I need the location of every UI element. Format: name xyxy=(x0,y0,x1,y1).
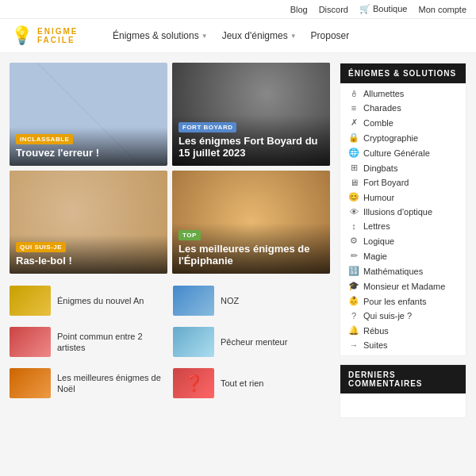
sidebar: ÉNIGMES & SOLUTIONS 🕯Allumettes≡Charades… xyxy=(340,63,466,426)
sidebar-item-icon: ? xyxy=(348,311,359,321)
sidebar-item-magie[interactable]: ✏Magie xyxy=(340,248,466,263)
sidebar-item-suites[interactable]: →Suites xyxy=(340,338,466,352)
article-thumb-1 xyxy=(10,286,51,316)
sidebar-enigmes-list: 🕯Allumettes≡Charades✗Comble🔒Cryptographi… xyxy=(340,83,466,355)
sidebar-item-label: Lettres xyxy=(363,221,390,231)
article-thumb-3 xyxy=(10,327,51,357)
card-overlay-3: QUI SUIS-JE Ras-le-bol ! xyxy=(10,235,167,274)
topbar-boutique[interactable]: 🛒 Boutique xyxy=(359,4,408,14)
article-title-2: NOZ xyxy=(221,295,239,306)
sidebar-item-label: Comble xyxy=(363,118,393,128)
article-item-3[interactable]: Point commun entre 2 artistes xyxy=(10,324,167,359)
sidebar-item-lettres[interactable]: ↕Lettres xyxy=(340,219,466,233)
sidebar-item-charades[interactable]: ≡Charades xyxy=(340,101,466,115)
article-item-6[interactable]: ❓ Tout et rien xyxy=(173,366,330,401)
sidebar-item-label: Fort Boyard xyxy=(363,178,409,187)
sidebar-item-label: Illusions d'optique xyxy=(363,207,432,217)
sidebar-item-allumettes[interactable]: 🕯Allumettes xyxy=(340,86,466,101)
card-badge-4: TOP xyxy=(178,230,201,240)
sidebar-item-label: Allumettes xyxy=(363,89,404,98)
sidebar-comments-content xyxy=(340,393,466,417)
sidebar-item-label: Culture Générale xyxy=(363,148,430,158)
article-item-1[interactable]: Énigmes du nouvel An xyxy=(10,283,167,318)
featured-card-1[interactable]: INCLASSABLE Trouvez l'erreur ! xyxy=(10,63,167,166)
sidebar-item-illusions-d'optique[interactable]: 👁Illusions d'optique xyxy=(340,205,466,219)
article-title-4: Pêcheur menteur xyxy=(221,336,287,347)
sidebar-item-icon: 🕯 xyxy=(348,89,359,98)
card-badge-3: QUI SUIS-JE xyxy=(16,242,66,252)
sidebar-item-label: Logique xyxy=(363,236,394,246)
card-overlay-1: INCLASSABLE Trouvez l'erreur ! xyxy=(10,127,167,166)
articles-grid: Énigmes du nouvel An NOZ Point commun en… xyxy=(10,283,330,401)
sidebar-item-icon: ↕ xyxy=(348,221,359,231)
sidebar-item-dingbats[interactable]: ⊞Dingbats xyxy=(340,160,466,175)
article-title-6: Tout et rien xyxy=(221,378,263,389)
sidebar-item-label: Humour xyxy=(363,193,394,202)
article-item-5[interactable]: Les meilleures énigmes de Noël xyxy=(10,366,167,401)
sidebar-item-icon: 🌐 xyxy=(348,148,359,158)
sidebar-item-label: Rébus xyxy=(363,326,389,336)
sidebar-item-logique[interactable]: ⚙Logique xyxy=(340,233,466,248)
sidebar-item-rébus[interactable]: 🔔Rébus xyxy=(340,323,466,338)
logo-text: ENIGME FACILE xyxy=(37,27,78,44)
sidebar-item-label: Magie xyxy=(363,251,387,261)
sidebar-item-icon: ≡ xyxy=(348,103,359,113)
sidebar-item-icon: ⊞ xyxy=(348,163,359,173)
topbar-discord[interactable]: Discord xyxy=(319,5,348,14)
logo-icon: 💡 xyxy=(11,25,33,46)
sidebar-item-label: Pour les enfants xyxy=(363,297,427,306)
nav-jeux[interactable]: Jeux d'énigmes ▼ xyxy=(216,26,303,45)
card-overlay-2: FORT BOYARD Les énigmes Fort Boyard du 1… xyxy=(172,115,330,166)
sidebar-item-mathématiques[interactable]: 🔢Mathématiques xyxy=(340,263,466,278)
main-wrap: INCLASSABLE Trouvez l'erreur ! FORT BOYA… xyxy=(0,53,476,436)
content-area: INCLASSABLE Trouvez l'erreur ! FORT BOYA… xyxy=(10,63,330,426)
sidebar-item-icon: ✏ xyxy=(348,251,359,261)
sidebar-item-icon: 🔔 xyxy=(348,325,359,336)
sidebar-item-qui-suis-je-?[interactable]: ?Qui suis-je ? xyxy=(340,309,466,323)
chevron-down-icon: ▼ xyxy=(202,33,208,40)
sidebar-item-icon: 😊 xyxy=(348,192,359,202)
article-title-5: Les meilleures énigmes de Noël xyxy=(57,372,167,395)
article-thumb-4 xyxy=(173,327,214,357)
sidebar-item-pour-les-enfants[interactable]: 👶Pour les enfants xyxy=(340,294,466,309)
topbar-blog[interactable]: Blog xyxy=(290,5,308,14)
sidebar-item-cryptographie[interactable]: 🔒Cryptographie xyxy=(340,130,466,145)
sidebar-item-icon: 👁 xyxy=(348,207,359,217)
card-title-2: Les énigmes Fort Boyard du 15 juillet 20… xyxy=(178,135,324,159)
topbar-account[interactable]: Mon compte xyxy=(418,5,466,14)
sidebar-item-fort-boyard[interactable]: 🖥Fort Boyard xyxy=(340,175,466,190)
sidebar-item-label: Suites xyxy=(363,340,388,350)
sidebar-item-humour[interactable]: 😊Humour xyxy=(340,190,466,205)
featured-card-3[interactable]: QUI SUIS-JE Ras-le-bol ! xyxy=(10,171,167,274)
sidebar-item-label: Dingbats xyxy=(363,163,397,173)
article-item-4[interactable]: Pêcheur menteur xyxy=(173,324,330,359)
card-title-1: Trouvez l'erreur ! xyxy=(16,147,161,159)
sidebar-item-icon: 👶 xyxy=(348,296,359,306)
sidebar-item-label: Monsieur et Madame xyxy=(363,282,445,291)
nav-enigmes[interactable]: Énigmes & solutions ▼ xyxy=(106,26,214,45)
sidebar-item-comble[interactable]: ✗Comble xyxy=(340,115,466,130)
sidebar-item-culture-générale[interactable]: 🌐Culture Générale xyxy=(340,145,466,160)
sidebar-item-icon: 🖥 xyxy=(348,178,359,187)
sidebar-item-monsieur-et-madame[interactable]: 🎓Monsieur et Madame xyxy=(340,278,466,294)
sidebar-item-icon: 🔢 xyxy=(348,266,359,276)
featured-card-2[interactable]: FORT BOYARD Les énigmes Fort Boyard du 1… xyxy=(172,63,330,166)
top-bar: Blog Discord 🛒 Boutique Mon compte xyxy=(0,0,476,19)
article-thumb-5 xyxy=(10,368,51,398)
sidebar-item-icon: 🔒 xyxy=(348,132,359,143)
article-item-2[interactable]: NOZ xyxy=(173,283,330,318)
logo[interactable]: 💡 ENIGME FACILE xyxy=(11,25,90,46)
article-thumb-2 xyxy=(173,286,214,316)
card-badge-2: FORT BOYARD xyxy=(178,122,236,132)
card-badge-1: INCLASSABLE xyxy=(16,134,73,144)
nav-proposer[interactable]: Proposer xyxy=(305,26,356,45)
article-title-1: Énigmes du nouvel An xyxy=(57,295,144,306)
featured-card-4[interactable]: TOP Les meilleures énigmes de l'Épiphani… xyxy=(172,171,330,274)
sidebar-item-icon: ✗ xyxy=(348,117,359,128)
sidebar-item-icon: → xyxy=(348,340,359,350)
sidebar-item-label: Qui suis-je ? xyxy=(363,311,412,321)
sidebar-item-label: Cryptographie xyxy=(363,133,418,143)
sidebar-comments-title: DERNIERS COMMENTAIRES xyxy=(340,365,466,393)
sidebar-enigmes-box: ÉNIGMES & SOLUTIONS 🕯Allumettes≡Charades… xyxy=(340,63,466,356)
sidebar-enigmes-title: ÉNIGMES & SOLUTIONS xyxy=(340,63,466,83)
